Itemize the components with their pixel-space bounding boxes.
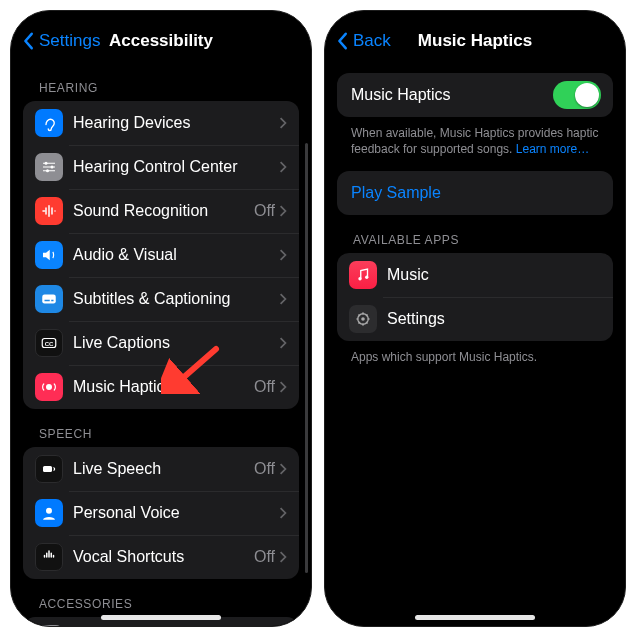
row-music-haptics[interactable]: Music Haptics Off: [23, 365, 299, 409]
row-vocal-shortcuts[interactable]: Vocal Shortcuts Off: [23, 535, 299, 579]
chevron-right-icon: [279, 205, 287, 217]
row-hearing-control-center[interactable]: Hearing Control Center: [23, 145, 299, 189]
row-label: Personal Voice: [73, 504, 279, 522]
section-header-available-apps: AVAILABLE APPS: [337, 215, 613, 253]
section-header-accessories: ACCESSORIES: [23, 579, 299, 617]
svg-rect-5: [51, 300, 53, 302]
back-label: Settings: [39, 31, 100, 51]
svg-rect-9: [43, 466, 52, 472]
settings-icon: [349, 305, 377, 333]
toggle-group: Music Haptics: [337, 73, 613, 117]
row-label: Music Haptics: [351, 86, 553, 104]
row-value: Off: [254, 460, 275, 478]
livespeech-icon: [35, 455, 63, 483]
chevron-right-icon: [279, 117, 287, 129]
svg-point-20: [361, 318, 365, 322]
toggle-switch[interactable]: [553, 81, 601, 109]
chevron-right-icon: [279, 249, 287, 261]
chevron-right-icon: [279, 161, 287, 173]
row-personal-voice[interactable]: Personal Voice: [23, 491, 299, 535]
chevron-right-icon: [279, 507, 287, 519]
page-title: Accessibility: [109, 31, 213, 51]
row-hearing-devices[interactable]: Hearing Devices: [23, 101, 299, 145]
caption-icon: [35, 285, 63, 313]
ear-icon: [35, 109, 63, 137]
svg-point-2: [46, 169, 49, 172]
chevron-right-icon: [279, 337, 287, 349]
svg-rect-3: [42, 295, 56, 304]
row-play-sample[interactable]: Play Sample: [337, 171, 613, 215]
back-button[interactable]: Settings: [23, 31, 100, 51]
row-value: Off: [254, 548, 275, 566]
chevron-right-icon: [279, 463, 287, 475]
accessibility-screen: Settings Accessibility HEARING Hearing D…: [10, 10, 312, 627]
chevron-right-icon: [279, 293, 287, 305]
svg-point-0: [45, 162, 48, 165]
keyboard-icon: [35, 625, 63, 626]
back-button[interactable]: Back: [337, 31, 391, 51]
row-music-haptics-toggle[interactable]: Music Haptics: [337, 73, 613, 117]
row-live-speech[interactable]: Live Speech Off: [23, 447, 299, 491]
available-apps-group: Music Settings: [337, 253, 613, 341]
cc-icon: CC: [35, 329, 63, 357]
scroll-indicator[interactable]: [305, 143, 308, 573]
row-label: Hearing Devices: [73, 114, 279, 132]
row-label: Sound Recognition: [73, 202, 254, 220]
row-subtitles-captioning[interactable]: Subtitles & Captioning: [23, 277, 299, 321]
svg-text:CC: CC: [45, 341, 54, 347]
home-indicator[interactable]: [101, 615, 221, 620]
svg-point-1: [51, 166, 54, 169]
section-header-hearing: HEARING: [23, 63, 299, 101]
play-sample-group: Play Sample: [337, 171, 613, 215]
svg-point-8: [46, 384, 52, 390]
row-sound-recognition[interactable]: Sound Recognition Off: [23, 189, 299, 233]
navbar: Settings Accessibility: [11, 11, 311, 63]
learn-more-link[interactable]: Learn more…: [516, 142, 589, 156]
svg-rect-4: [45, 300, 50, 302]
sliders-icon: [35, 153, 63, 181]
row-label: Settings: [387, 310, 601, 328]
row-label: Vocal Shortcuts: [73, 548, 254, 566]
row-audio-visual[interactable]: Audio & Visual: [23, 233, 299, 277]
waveform-icon: [35, 197, 63, 225]
row-value: Off: [254, 378, 275, 396]
row-value: Off: [254, 202, 275, 220]
row-label: Live Captions: [73, 334, 279, 352]
row-app-settings[interactable]: Settings: [337, 297, 613, 341]
haptics-icon: [35, 373, 63, 401]
music-icon: [349, 261, 377, 289]
section-header-speech: SPEECH: [23, 409, 299, 447]
svg-point-10: [46, 508, 52, 514]
row-live-captions[interactable]: CC Live Captions: [23, 321, 299, 365]
play-sample-label: Play Sample: [351, 184, 601, 202]
toggle-description: When available, Music Haptics provides h…: [337, 117, 613, 163]
svg-point-18: [365, 276, 368, 279]
row-app-music[interactable]: Music: [337, 253, 613, 297]
row-label: Music: [387, 266, 601, 284]
row-label: Live Speech: [73, 460, 254, 478]
person-icon: [35, 499, 63, 527]
row-label: Hearing Control Center: [73, 158, 279, 176]
navbar: Back Music Haptics: [325, 11, 625, 63]
apps-footer: Apps which support Music Haptics.: [337, 341, 613, 371]
row-label: Subtitles & Captioning: [73, 290, 279, 308]
svg-point-17: [358, 277, 361, 280]
row-label: Music Haptics: [73, 378, 254, 396]
speech-group: Live Speech Off Personal Voice Vocal Sho…: [23, 447, 299, 579]
back-label: Back: [353, 31, 391, 51]
chevron-left-icon: [23, 32, 35, 50]
chevron-left-icon: [337, 32, 349, 50]
home-indicator[interactable]: [415, 615, 535, 620]
chevron-right-icon: [279, 381, 287, 393]
page-title: Music Haptics: [418, 31, 532, 51]
music-haptics-screen: Back Music Haptics Music Haptics When av…: [324, 10, 626, 627]
chevron-right-icon: [279, 551, 287, 563]
vocal-icon: [35, 543, 63, 571]
speaker-icon: [35, 241, 63, 269]
hearing-group: Hearing Devices Hearing Control Center S…: [23, 101, 299, 409]
row-label: Audio & Visual: [73, 246, 279, 264]
